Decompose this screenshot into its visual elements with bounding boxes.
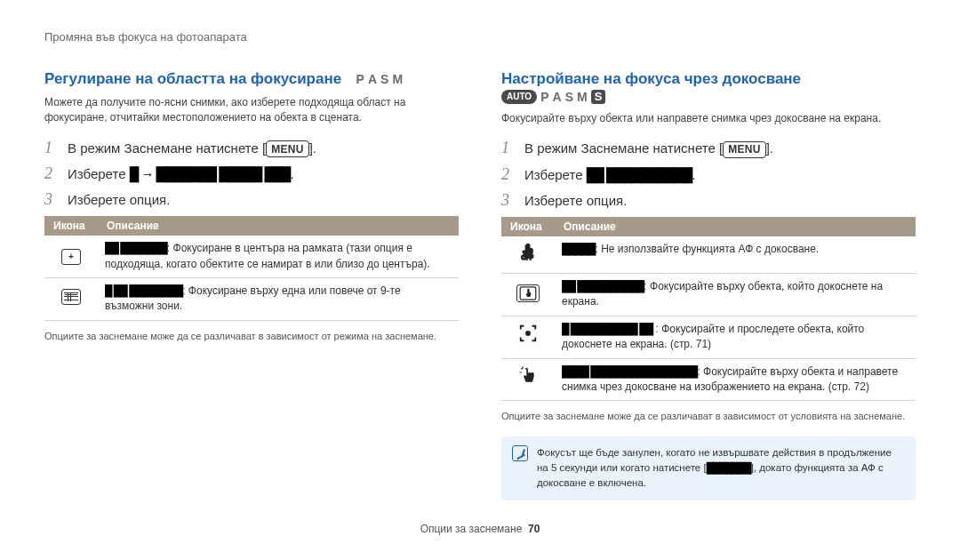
- mode-p: P: [356, 72, 364, 86]
- table-row: OFF █████: Не използвайте функцията АФ с…: [501, 236, 916, 274]
- step-text: В режим Заснемане натиснете [MENU].: [68, 140, 316, 158]
- note-box: Фокусът ще бъде занулен, когато не извър…: [501, 436, 916, 500]
- left-title: Регулиране на областта на фокусиране: [44, 70, 341, 88]
- svg-point-2: [526, 332, 530, 335]
- left-intro: Можете да получите по-ясни снимки, ако и…: [44, 95, 459, 126]
- table-row: ██ ██████████: Фокусирайте върху обекта,…: [501, 274, 916, 316]
- table-row: █ ██ ████████: Фокусиране върху една или…: [44, 278, 459, 321]
- page-footer: Опции за заснемане 70: [0, 523, 960, 535]
- mode-m: M: [392, 72, 403, 86]
- left-footnote: Опциите за заснемане може да се различав…: [44, 330, 459, 343]
- step-text: Изберете опция.: [524, 193, 627, 208]
- right-modes: AUTO P A S M S: [501, 90, 605, 104]
- mode-s: S: [380, 72, 388, 86]
- step-number: 1: [44, 139, 59, 157]
- mode-a: A: [368, 72, 377, 86]
- step-text: Изберете опция.: [68, 192, 170, 207]
- table-row: █ ██████████ ██ : Фокусирайте и проследе…: [501, 316, 916, 358]
- right-intro: Фокусирайте върху обекта или направете с…: [501, 111, 916, 126]
- svg-text:OFF: OFF: [522, 254, 533, 260]
- menu-button-icon: MENU: [723, 141, 766, 158]
- mode-s: S: [565, 90, 573, 104]
- table-row: ████ ████████████████: Фокусирайте върху…: [501, 358, 916, 401]
- touch-off-icon: OFF: [519, 247, 537, 265]
- step-number: 2: [44, 164, 59, 183]
- right-steps: 1 В режим Заснемане натиснете [MENU]. 2 …: [501, 139, 916, 210]
- step-number: 2: [501, 165, 516, 184]
- left-steps: 1 В режим Заснемане натиснете [MENU]. 2 …: [44, 139, 459, 210]
- step-text: В режим Заснемане натиснете [MENU].: [524, 140, 773, 158]
- mode-scene: S: [591, 90, 606, 104]
- mode-auto: AUTO: [501, 90, 537, 104]
- one-touch-shot-icon: [519, 372, 537, 389]
- page-header: Промяна във фокуса на фотоапарата: [44, 30, 916, 44]
- left-column: Регулиране на областта на фокусиране P A…: [44, 70, 459, 500]
- left-modes: P A S M: [356, 72, 403, 86]
- table-row: + ██ ███████: Фокусиране в центъра на ра…: [44, 236, 459, 277]
- right-title: Настройване на фокуса чрез докосване: [501, 70, 801, 88]
- menu-button-icon: MENU: [266, 140, 309, 157]
- right-options-table: Икона Описание OFF █████: Не използва: [501, 217, 916, 401]
- mode-m: M: [577, 90, 588, 104]
- th-desc: Описание: [555, 217, 916, 236]
- section-header-left: Регулиране на областта на фокусиране P A…: [44, 70, 459, 88]
- th-icon: Икона: [44, 216, 98, 236]
- center-af-icon: +: [61, 249, 81, 265]
- right-footnote: Опциите за заснемане може да се различав…: [501, 410, 916, 423]
- note-text: Фокусът ще бъде занулен, когато не извър…: [537, 445, 905, 492]
- left-options-table: Икона Описание + ██ ███████: Фокусиране …: [44, 216, 459, 321]
- step-text: Изберете ██ ██████████.: [524, 167, 696, 182]
- th-desc: Описание: [98, 216, 459, 236]
- note-icon: [512, 445, 528, 461]
- right-column: Настройване на фокуса чрез докосване AUT…: [501, 70, 916, 500]
- step-number: 3: [501, 191, 516, 210]
- th-icon: Икона: [501, 217, 555, 236]
- step-number: 3: [44, 190, 59, 209]
- step-text: Изберете █ → ███████ █████ ███.: [68, 166, 294, 181]
- touch-af-icon: [516, 284, 540, 302]
- tracking-af-icon: [518, 330, 538, 347]
- multi-af-icon: [61, 289, 81, 305]
- mode-p: P: [540, 90, 548, 104]
- step-number: 1: [501, 139, 516, 157]
- mode-a: A: [553, 90, 562, 104]
- section-header-right: Настройване на фокуса чрез докосване AUT…: [501, 70, 916, 104]
